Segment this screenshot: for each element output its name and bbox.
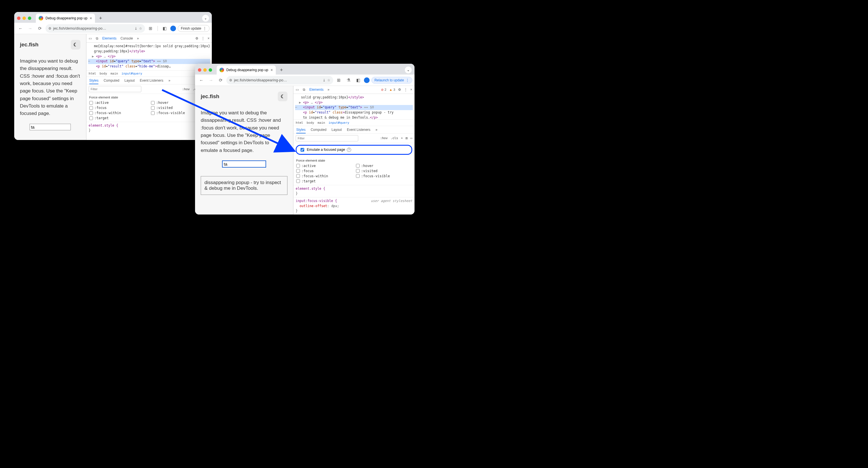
state-focus[interactable]: :focus — [296, 169, 352, 173]
labs-icon[interactable]: ⚗ — [345, 76, 352, 84]
more-tabs-icon[interactable]: » — [328, 88, 330, 92]
state-focus[interactable]: :focus — [89, 106, 147, 110]
element-style-block[interactable]: element.style { } — [293, 185, 414, 198]
crumb-input[interactable]: input#query — [329, 121, 349, 125]
query-input[interactable] — [222, 160, 266, 168]
user-agent-block[interactable]: user agent stylesheet input:focus-visibl… — [293, 197, 414, 214]
more-subtabs-icon[interactable]: » — [376, 128, 378, 132]
profile-button[interactable] — [364, 78, 370, 83]
close-devtools-icon[interactable]: × — [208, 36, 210, 40]
state-focus-visible[interactable]: :focus-visible — [356, 174, 412, 178]
forward-button[interactable]: → — [26, 25, 34, 32]
subtab-eventlisteners[interactable]: Event Listeners — [347, 128, 370, 132]
styles-filter-input[interactable] — [296, 135, 358, 141]
breadcrumb[interactable]: html body main input#query — [293, 119, 414, 126]
close-tab-icon[interactable]: × — [90, 16, 92, 21]
emulate-focused-page[interactable]: Emulate a focused page ? — [296, 145, 412, 155]
device-mode-icon[interactable]: ⧉ — [96, 36, 98, 40]
site-info-icon[interactable]: ⚙ — [48, 26, 52, 30]
install-icon[interactable]: ⤓ — [134, 26, 137, 30]
more-tabs-icon[interactable]: » — [137, 36, 139, 40]
back-button[interactable]: ← — [17, 25, 25, 32]
dom-tree[interactable]: solid gray;padding:10px}</style> ▶ <p> …… — [293, 94, 414, 119]
sidepanel-button[interactable]: ◧ — [161, 25, 168, 32]
device-mode-icon[interactable]: ⧉ — [303, 88, 305, 92]
console-tab[interactable]: Console — [121, 36, 133, 40]
query-input[interactable] — [30, 124, 71, 130]
theme-toggle-button[interactable]: ☾ — [278, 92, 287, 101]
elements-tab[interactable]: Elements — [309, 88, 323, 92]
reload-button[interactable]: ⟳ — [36, 25, 44, 32]
state-active[interactable]: :active — [89, 101, 147, 105]
element-style-block[interactable]: element.style { } — [87, 122, 212, 134]
extensions-button[interactable]: ⊞ — [335, 76, 343, 84]
close-tab-icon[interactable]: × — [270, 68, 273, 72]
crumb-input[interactable]: input#query — [121, 72, 142, 76]
update-button[interactable]: Relaunch to update ⋮ — [371, 77, 412, 84]
state-focus-within[interactable]: :focus-within — [296, 174, 352, 178]
state-target[interactable]: :target — [296, 179, 352, 183]
subtab-computed[interactable]: Computed — [103, 79, 119, 83]
crumb-body[interactable]: body — [307, 121, 314, 125]
subtab-layout[interactable]: Layout — [125, 79, 135, 83]
theme-toggle-button[interactable]: ☾ — [71, 40, 81, 50]
state-hover[interactable]: :hover — [356, 164, 412, 168]
subtab-styles[interactable]: Styles — [296, 128, 306, 134]
crumb-main[interactable]: main — [111, 72, 118, 76]
close-window-button[interactable] — [17, 17, 21, 20]
subtab-eventlisteners[interactable]: Event Listeners — [140, 79, 163, 83]
warning-count[interactable]: ▲3 — [389, 88, 395, 91]
new-tab-button[interactable]: + — [97, 15, 104, 22]
crumb-body[interactable]: body — [99, 72, 107, 76]
state-focus-within[interactable]: :focus-within — [89, 111, 147, 115]
error-count[interactable]: ⊘2 — [381, 88, 386, 92]
subtab-layout[interactable]: Layout — [332, 128, 342, 132]
browser-tab[interactable]: Debug disappearing pop up × — [36, 14, 95, 23]
url-bar[interactable]: ⚙ jec.fish/demo/disappearing-po… ⤓ ☆ — [226, 76, 333, 85]
more-subtabs-icon[interactable]: » — [168, 79, 170, 83]
site-title[interactable]: jec.fish — [201, 93, 219, 99]
subtab-styles[interactable]: Styles — [89, 79, 99, 84]
crumb-html[interactable]: html — [89, 72, 96, 76]
maximize-window-button[interactable] — [28, 17, 31, 20]
new-tab-button[interactable]: + — [278, 66, 285, 74]
new-rule-icon[interactable]: + — [401, 136, 403, 140]
kebab-icon[interactable]: ⋮ — [404, 88, 407, 92]
styles-filter-input[interactable] — [89, 86, 141, 92]
sidepanel-button[interactable]: ◧ — [354, 76, 362, 84]
tabs-dropdown-button[interactable]: ⌄ — [405, 66, 412, 74]
forward-button[interactable]: → — [207, 76, 215, 84]
install-icon[interactable]: ⤓ — [323, 78, 326, 82]
elements-tab[interactable]: Elements — [102, 36, 117, 40]
close-devtools-icon[interactable]: × — [410, 88, 412, 92]
hov-toggle[interactable]: :hov — [380, 136, 388, 140]
bookmark-icon[interactable]: ☆ — [327, 78, 330, 82]
kebab-icon[interactable]: ⋮ — [201, 36, 205, 40]
panel-layout-icon[interactable]: ▭ — [410, 136, 412, 140]
profile-button[interactable] — [170, 26, 176, 31]
settings-icon[interactable]: ⚙ — [398, 88, 401, 92]
cls-toggle[interactable]: .cls — [391, 136, 398, 140]
breadcrumb[interactable]: html body main input#query — [87, 70, 212, 77]
minimize-window-button[interactable] — [23, 17, 26, 20]
state-target[interactable]: :target — [89, 116, 147, 120]
dom-tree[interactable]: me{display:none}#result{border:1px solid… — [87, 43, 212, 70]
subtab-computed[interactable]: Computed — [311, 128, 327, 132]
back-button[interactable]: ← — [197, 76, 205, 84]
state-active[interactable]: :active — [296, 164, 352, 168]
browser-tab[interactable]: Debug disappearing pop up × — [217, 65, 276, 75]
computed-toggle-icon[interactable]: ▤ — [406, 136, 408, 140]
hov-toggle[interactable]: :hov — [182, 87, 190, 91]
url-bar[interactable]: ⚙ jec.fish/demo/disappearing-po… ⤓ ☆ — [45, 24, 145, 33]
close-window-button[interactable] — [198, 68, 201, 72]
inspect-icon[interactable]: ▭ — [296, 88, 299, 92]
bookmark-icon[interactable]: ☆ — [139, 26, 142, 30]
settings-icon[interactable]: ⚙ — [195, 36, 198, 40]
crumb-main[interactable]: main — [317, 121, 325, 125]
site-title[interactable]: jec.fish — [20, 41, 38, 48]
state-visited[interactable]: :visited — [356, 169, 412, 173]
maximize-window-button[interactable] — [209, 68, 212, 72]
inspect-icon[interactable]: ▭ — [89, 36, 92, 40]
help-icon[interactable]: ? — [347, 148, 351, 152]
site-info-icon[interactable]: ⚙ — [229, 78, 232, 82]
